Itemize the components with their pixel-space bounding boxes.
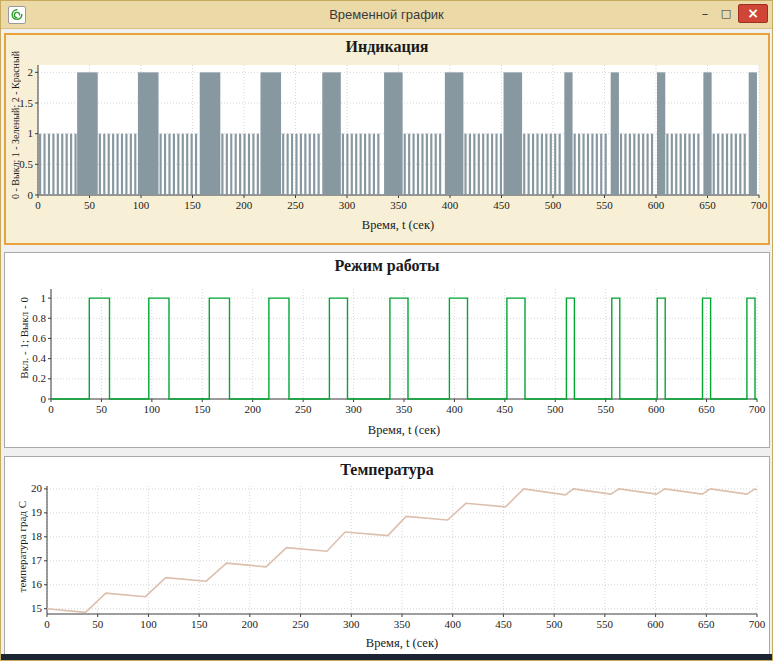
svg-text:19: 19 <box>31 506 43 518</box>
svg-text:150: 150 <box>194 403 211 415</box>
svg-text:100: 100 <box>144 403 161 415</box>
svg-text:300: 300 <box>339 199 356 211</box>
svg-text:700: 700 <box>749 403 766 415</box>
svg-text:400: 400 <box>444 618 461 630</box>
svg-text:300: 300 <box>345 403 362 415</box>
title-bar: Временной график – □ × <box>1 1 772 29</box>
svg-text:200: 200 <box>236 199 253 211</box>
close-button[interactable]: × <box>738 4 768 23</box>
svg-text:300: 300 <box>343 618 360 630</box>
svg-text:200: 200 <box>242 618 259 630</box>
svg-text:450: 450 <box>493 199 510 211</box>
svg-text:0: 0 <box>35 199 41 211</box>
svg-text:2: 2 <box>28 66 34 78</box>
chart-title-indication: Индикация <box>6 35 768 57</box>
window-title: Временной график <box>1 7 772 22</box>
svg-text:50: 50 <box>96 403 108 415</box>
svg-text:700: 700 <box>749 618 766 630</box>
temperature-chart[interactable]: Время, t (сек) 0501001502002503003504004… <box>5 481 769 655</box>
svg-text:650: 650 <box>699 199 716 211</box>
svg-text:650: 650 <box>698 618 715 630</box>
y-axis-label-temperature: температура град С <box>16 501 28 592</box>
svg-text:0: 0 <box>41 393 47 405</box>
svg-text:650: 650 <box>698 403 715 415</box>
x-axis-label-mode: Время, t (сек) <box>368 423 440 437</box>
svg-text:15: 15 <box>31 602 43 614</box>
svg-text:600: 600 <box>648 199 665 211</box>
svg-text:0: 0 <box>48 403 54 415</box>
chart-title-temperature: Температура <box>5 457 769 481</box>
x-axis-label-indication: Время, t (сек) <box>362 218 434 232</box>
svg-text:100: 100 <box>133 199 150 211</box>
svg-text:500: 500 <box>546 618 563 630</box>
svg-text:400: 400 <box>446 403 463 415</box>
svg-text:550: 550 <box>597 618 614 630</box>
app-window: Временной график – □ × Индикация 0 - Вык… <box>0 0 773 661</box>
svg-text:700: 700 <box>751 199 768 211</box>
svg-text:0: 0 <box>44 618 50 630</box>
svg-text:0.5: 0.5 <box>19 158 33 170</box>
svg-text:350: 350 <box>390 199 407 211</box>
svg-text:50: 50 <box>84 199 96 211</box>
svg-text:18: 18 <box>31 530 43 542</box>
svg-text:0.2: 0.2 <box>32 372 46 384</box>
maximize-button[interactable]: □ <box>718 4 734 23</box>
svg-text:500: 500 <box>547 403 564 415</box>
chart-title-mode: Режим работы <box>5 253 769 277</box>
svg-text:250: 250 <box>292 618 309 630</box>
svg-text:20: 20 <box>31 482 43 494</box>
svg-text:250: 250 <box>287 199 304 211</box>
svg-text:1.5: 1.5 <box>19 97 33 109</box>
svg-text:400: 400 <box>442 199 459 211</box>
svg-text:550: 550 <box>596 199 613 211</box>
svg-text:0.6: 0.6 <box>32 332 46 344</box>
chart-panel-mode[interactable]: Режим работы Вкл. - 1; Выкл - 0 Время, t… <box>4 252 770 448</box>
svg-text:450: 450 <box>495 618 512 630</box>
y-axis-label-indication: 0 - Выкл; 1 - Зеленый; 2 - Красный <box>10 51 21 199</box>
x-axis-label-temperature: Время, t (сек) <box>366 636 438 650</box>
chart-panel-indication[interactable]: Индикация 0 - Выкл; 1 - Зеленый; 2 - Кра… <box>4 33 770 245</box>
mode-chart[interactable]: Время, t (сек) 0501001502002503003504004… <box>5 277 769 447</box>
svg-text:600: 600 <box>647 618 664 630</box>
svg-text:1: 1 <box>28 127 34 139</box>
bottom-edge <box>1 654 772 660</box>
svg-text:600: 600 <box>648 403 665 415</box>
svg-text:50: 50 <box>92 618 104 630</box>
svg-text:550: 550 <box>597 403 614 415</box>
svg-text:250: 250 <box>295 403 312 415</box>
svg-text:350: 350 <box>394 618 411 630</box>
svg-text:450: 450 <box>497 403 514 415</box>
minimize-button[interactable]: – <box>696 4 714 23</box>
svg-text:0.8: 0.8 <box>32 312 46 324</box>
svg-text:500: 500 <box>545 199 562 211</box>
svg-text:0.4: 0.4 <box>32 352 46 364</box>
svg-text:350: 350 <box>396 403 413 415</box>
chart-panel-temperature[interactable]: Температура температура град С Время, t … <box>4 456 770 656</box>
svg-text:0: 0 <box>28 189 34 201</box>
svg-text:16: 16 <box>31 578 43 590</box>
window-controls: – □ × <box>696 4 768 23</box>
svg-text:1: 1 <box>41 292 47 304</box>
svg-text:17: 17 <box>31 554 43 566</box>
y-axis-label-mode: Вкл. - 1; Выкл - 0 <box>18 297 30 379</box>
indication-chart[interactable]: Время, t (сек) 0501001502002503003504004… <box>6 57 768 243</box>
svg-text:200: 200 <box>244 403 261 415</box>
svg-text:150: 150 <box>191 618 208 630</box>
svg-text:150: 150 <box>184 199 201 211</box>
svg-text:100: 100 <box>140 618 157 630</box>
